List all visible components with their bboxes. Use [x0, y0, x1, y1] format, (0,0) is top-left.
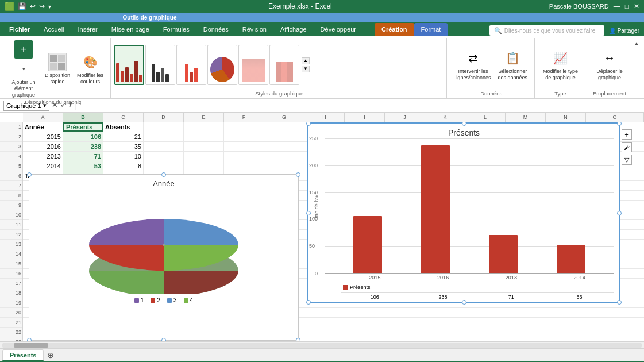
maximize-btn[interactable]: □: [625, 2, 629, 10]
tab-fichier[interactable]: Fichier: [2, 23, 37, 36]
cell-c2[interactable]: 21: [103, 132, 144, 141]
scrollbar-track[interactable]: [2, 343, 642, 348]
col-header-i: I: [345, 113, 385, 122]
cancel-formula-btn[interactable]: ✕: [52, 101, 58, 111]
deplacer-graphique-btn[interactable]: ↔ Déplacer legraphique: [594, 48, 625, 82]
intervertir-label: Intervertir leslignes/colonnes: [455, 68, 491, 81]
row-num-1: 1: [0, 122, 22, 132]
cell-d2: [144, 132, 184, 141]
cell-b1[interactable]: Présents: [63, 122, 103, 132]
redo-icon[interactable]: ↪: [39, 2, 45, 10]
cell-b5[interactable]: 53: [63, 161, 103, 171]
modifier-type-label: Modifier le typede graphique: [543, 68, 578, 81]
handle-tc[interactable]: [161, 172, 166, 177]
bar-handle-bc[interactable]: [462, 300, 466, 305]
cell-e1: [184, 122, 224, 132]
ytick-100: 100: [309, 216, 318, 222]
cell-a2[interactable]: 2015: [23, 132, 63, 141]
namebox[interactable]: Graphique 1 ▾: [3, 101, 49, 111]
cell-a4[interactable]: 2013: [23, 152, 63, 161]
chart-style-4[interactable]: [207, 45, 237, 85]
handle-tl[interactable]: [27, 172, 32, 177]
add-sheet-btn[interactable]: ⊕: [45, 349, 56, 361]
chart-style-2[interactable]: [145, 45, 175, 85]
row-num-3: 3: [0, 142, 22, 152]
formula-separator: |: [75, 101, 77, 111]
chart-filter-btn[interactable]: ▽: [622, 155, 632, 165]
grid: 1 2 3 4 5 6 7 8 9 10 11 12 13 14 15 16 1…: [0, 122, 644, 341]
cell-a3[interactable]: 2016: [23, 142, 63, 151]
tab-creation[interactable]: Création: [375, 23, 414, 36]
row-num-22: 22: [0, 328, 22, 337]
cell-b3[interactable]: 238: [63, 142, 103, 151]
tab-inserer[interactable]: Insérer: [71, 23, 105, 36]
bar-2013: [489, 235, 518, 273]
ribbon-collapse-btn[interactable]: ▲: [634, 38, 642, 98]
scrollbar-thumb[interactable]: [14, 343, 48, 348]
tab-developpeur[interactable]: Développeur: [314, 23, 363, 36]
modifier-couleurs-btn[interactable]: 🎨 Modifier lescouleurs: [75, 52, 106, 86]
handle-br[interactable]: [296, 338, 300, 341]
chart-style-6[interactable]: [269, 45, 299, 85]
tab-affichage[interactable]: Affichage: [273, 23, 314, 36]
bar-handle-bl[interactable]: [306, 300, 311, 305]
tab-formules[interactable]: Formules: [156, 23, 196, 36]
tab-accueil[interactable]: Accueil: [37, 23, 71, 36]
styles-scroll[interactable]: ▲ ▼: [300, 56, 311, 74]
cell-b2[interactable]: 106: [63, 132, 103, 141]
tab-format[interactable]: Format: [414, 23, 448, 36]
cell-a1[interactable]: Année: [23, 122, 63, 132]
tab-revision[interactable]: Révision: [236, 23, 273, 36]
cell-c1[interactable]: Absents: [103, 122, 144, 132]
pie-chart-title: Année: [29, 175, 298, 190]
intervertir-btn[interactable]: ⇄ Intervertir leslignes/colonnes: [453, 48, 493, 82]
chart-brush-btn[interactable]: 🖌: [622, 142, 632, 152]
row-num-12: 12: [0, 230, 22, 240]
horizontal-scrollbar[interactable]: [0, 341, 644, 348]
search-placeholder[interactable]: Dites-nous ce que vous voulez faire: [504, 28, 595, 34]
chart-style-3[interactable]: [176, 45, 206, 85]
cell-d1: [144, 122, 184, 132]
bar-handle-br[interactable]: [617, 300, 622, 305]
modifier-type-btn[interactable]: 📈 Modifier le typede graphique: [541, 48, 580, 82]
handle-bc[interactable]: [161, 338, 166, 341]
selectionner-donnees-btn[interactable]: 📋 Sélectionnerdes données: [495, 48, 530, 82]
disposition-rapide-btn[interactable]: Dispositionrapide: [43, 52, 72, 86]
col-header-a: A: [23, 113, 63, 122]
legend-label-1: 1: [141, 297, 144, 303]
row-num-19: 19: [0, 298, 22, 308]
cell-a5[interactable]: 2014: [23, 161, 63, 171]
insert-function-btn[interactable]: f: [69, 101, 71, 111]
save-icon[interactable]: 💾: [18, 2, 26, 10]
scroll-up-btn[interactable]: ▲: [302, 57, 310, 64]
tab-mise-en-page[interactable]: Mise en page: [105, 23, 156, 36]
row-num-2: 2: [0, 132, 22, 142]
ajouter-element-btn[interactable]: + ▾ Ajouter un élémentgraphique: [7, 39, 40, 99]
undo-icon[interactable]: ↩: [30, 2, 36, 10]
handle-tr[interactable]: [296, 172, 300, 177]
handle-bl[interactable]: [27, 338, 32, 341]
scroll-down-btn[interactable]: ▼: [302, 66, 310, 72]
share-btn[interactable]: 👤 Partager: [609, 28, 639, 34]
bar-chart[interactable]: + 🖌 ▽ Présents Titre de l'axe 250: [307, 122, 620, 303]
cell-g2: [264, 132, 304, 141]
close-btn[interactable]: ✕: [634, 2, 639, 10]
more-icon[interactable]: ▾: [48, 3, 51, 10]
cell-c4[interactable]: 10: [103, 152, 144, 161]
sheet-tab-presents[interactable]: Présents: [2, 349, 44, 361]
chart-style-5[interactable]: [238, 45, 268, 85]
namebox-arrow[interactable]: ▾: [43, 102, 47, 109]
cell-c3[interactable]: 35: [103, 142, 144, 151]
cell-b4[interactable]: 71: [63, 152, 103, 161]
add-element-arrow: ▾: [21, 60, 26, 78]
chart-style-1[interactable]: [114, 45, 144, 85]
chart-add-btn[interactable]: +: [622, 129, 632, 140]
cell-c5[interactable]: 8: [103, 161, 144, 171]
styles-label: Styles du graphique: [114, 90, 444, 98]
minimize-btn[interactable]: —: [614, 2, 620, 10]
cell-g1: [264, 122, 304, 132]
confirm-formula-btn[interactable]: ✓: [60, 101, 67, 111]
formula-input[interactable]: [81, 101, 641, 111]
tab-donnees[interactable]: Données: [196, 23, 236, 36]
pie-chart[interactable]: Année: [29, 174, 299, 341]
